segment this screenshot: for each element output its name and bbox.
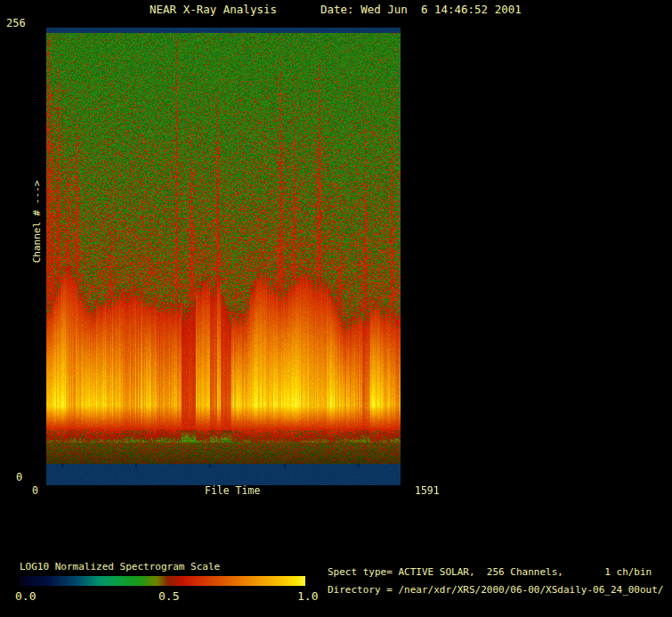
spectrogram-heatmap — [46, 28, 401, 485]
y-axis-title: Channel # ---> — [32, 168, 46, 275]
colorbar-title: LOG10 Normalized Spectrogram Scale — [20, 562, 220, 572]
colorbar-tick-0.5: 0.5 — [158, 590, 179, 603]
colorbar-tick-1: 1.0 — [297, 590, 318, 603]
x-axis-title: File Time — [205, 485, 260, 497]
near-xray-analysis-screen: { "header": { "title": "NEAR X-Ray Analy… — [0, 0, 672, 617]
x-axis-max-label: 1591 — [415, 485, 440, 497]
page-title: NEAR X-Ray Analysis — [150, 4, 277, 16]
y-axis-max-label: 256 — [6, 18, 26, 29]
y-axis-min-label: 0 — [16, 472, 22, 483]
spect-type-info: Spect type= ACTIVE SOLAR, 256 Channels, … — [328, 567, 652, 578]
directory-info: Directory = /near/xdr/XRS/2000/06-00/XSd… — [328, 585, 664, 596]
x-axis-min-label: 0 — [32, 485, 38, 497]
colorbar-tick-0: 0.0 — [15, 590, 36, 603]
date-label: Date: Wed Jun 6 14:46:52 2001 — [320, 4, 522, 16]
colorbar-gradient — [20, 576, 305, 586]
